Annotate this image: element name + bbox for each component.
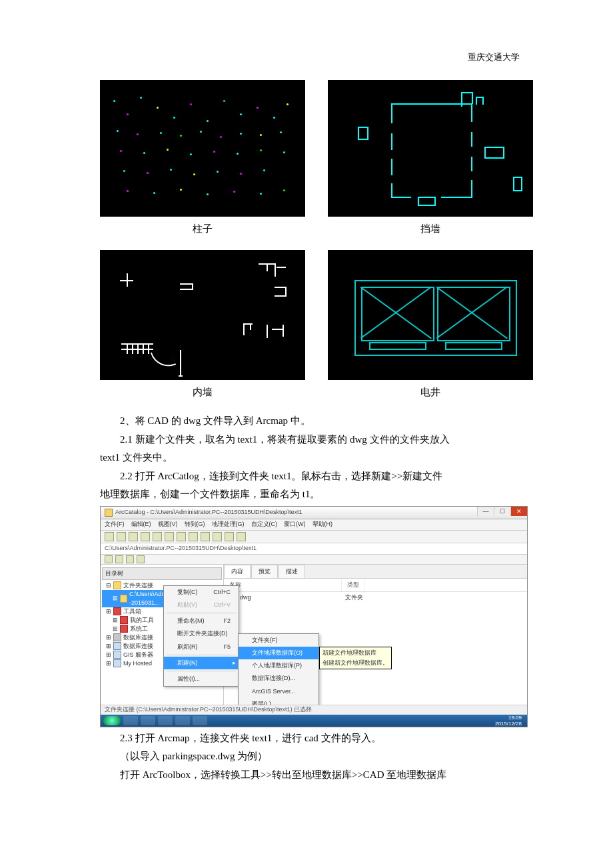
menu-edit[interactable]: 编辑(E): [131, 519, 151, 529]
ctx-new-fgdb[interactable]: 文件地理数据库(O): [239, 647, 318, 659]
list-header: 名称 类型: [224, 579, 527, 592]
body-text-2: 2.3 打开 Arcmap，连接文件夹 text1，进行 cad 文件的导入。 …: [100, 730, 533, 784]
caption-pillars: 柱子: [100, 221, 305, 238]
menu-view[interactable]: 视图(V): [158, 519, 178, 529]
tool-icon[interactable]: [115, 555, 123, 563]
ctx-new[interactable]: 新建(N)▸: [164, 657, 239, 669]
para-2-1b: text1 文件夹中。: [100, 449, 533, 467]
tool-icon[interactable]: [105, 532, 114, 541]
tool-icon[interactable]: [137, 555, 145, 563]
ctx-new-dbconn[interactable]: 数据库连接(D)...: [239, 672, 318, 685]
start-button[interactable]: [103, 716, 121, 725]
window-buttons: — ☐ ✕: [477, 507, 527, 516]
folder-icon: [113, 581, 121, 589]
taskbar-clock[interactable]: 19:09 2015/12/28: [495, 715, 524, 727]
para-2-2b: 地理数据库，创建一个文件数据库，重命名为 t1。: [100, 486, 533, 503]
taskbar-button[interactable]: [141, 716, 155, 725]
context-menu-main: 复制(C)Ctrl+C 粘贴(V)Ctrl+V 重命名(M)F2 断开文件夹连接…: [163, 585, 239, 687]
tool-icon[interactable]: [165, 532, 174, 541]
menu-goto[interactable]: 转到(G): [185, 519, 205, 529]
ctx-new-server[interactable]: ArcGIS Server...: [239, 685, 318, 698]
toolbox-icon: [120, 616, 128, 624]
menu-file[interactable]: 文件(F): [105, 519, 125, 529]
ctx-new-folder[interactable]: 文件夹(F): [239, 634, 318, 647]
tool-icon[interactable]: [189, 532, 198, 541]
tooltip-line1: 新建文件地理数据库: [322, 648, 388, 658]
col-type[interactable]: 类型: [342, 579, 365, 591]
ctx-copy[interactable]: 复制(C)Ctrl+C: [164, 586, 239, 599]
tool-icon[interactable]: [225, 532, 234, 541]
taskbar: 19:09 2015/12/28: [101, 715, 527, 727]
ctx-paste[interactable]: 粘贴(V)Ctrl+V: [164, 599, 239, 611]
item-name: dwg: [240, 593, 342, 603]
toolbox-icon: [120, 625, 128, 633]
ctx-refresh[interactable]: 刷新(R)F5: [164, 641, 239, 653]
ctx-new-pgdb[interactable]: 个人地理数据库(P): [239, 659, 318, 672]
caption-row-1: 柱子 挡墙: [100, 221, 533, 238]
status-bar: 文件夹连接 (C:\Users\Administrator.PC--201503…: [101, 705, 527, 715]
item-type: 文件夹: [345, 593, 363, 603]
caption-electric-well: 电井: [328, 384, 533, 401]
tool-icon[interactable]: [141, 532, 150, 541]
figure-row-2: [100, 250, 533, 380]
toolbar-2: [101, 555, 527, 565]
server-icon: [113, 651, 121, 659]
tool-icon[interactable]: [177, 532, 186, 541]
figure-electric-well: [328, 250, 533, 380]
tool-icon[interactable]: [201, 532, 210, 541]
tooltip: 新建文件地理数据库 创建新文件地理数据库。: [319, 647, 392, 670]
figure-pillars: [100, 80, 305, 217]
figure-retaining-wall: [328, 80, 533, 217]
menu-window[interactable]: 窗口(W): [284, 519, 306, 529]
database-icon: [113, 633, 121, 641]
figure-interior-wall: [100, 250, 305, 380]
arccatalog-screenshot: ArcCatalog - C:\Users\Administrator.PC--…: [100, 506, 528, 727]
toolbar-1: [101, 531, 527, 543]
tree-title: 目录树: [102, 567, 222, 580]
taskbar-button[interactable]: [158, 716, 173, 725]
para-arctoolbox: 打开 ArcToolbox，选择转换工具>>转出至地理数据库>>CAD 至地理数…: [100, 767, 533, 784]
tab-contents[interactable]: 内容: [224, 565, 251, 578]
tool-icon[interactable]: [237, 532, 246, 541]
tool-icon[interactable]: [153, 532, 162, 541]
tab-description[interactable]: 描述: [279, 565, 305, 578]
taskbar-button[interactable]: [123, 716, 138, 725]
caption-retaining-wall: 挡墙: [328, 221, 533, 238]
tooltip-line2: 创建新文件地理数据库。: [322, 658, 388, 668]
minimize-button[interactable]: —: [477, 507, 494, 516]
para-example: （以导入 parkingspace.dwg 为例）: [100, 748, 533, 765]
tool-icon[interactable]: [129, 532, 138, 541]
tab-preview[interactable]: 预览: [251, 565, 278, 578]
col-name[interactable]: 名称: [224, 579, 342, 591]
close-button[interactable]: ✕: [510, 507, 527, 516]
tool-icon[interactable]: [126, 555, 134, 563]
app-icon: [105, 509, 113, 517]
ctx-disconnect[interactable]: 断开文件夹连接(D): [164, 627, 239, 640]
tool-icon[interactable]: [213, 532, 222, 541]
para-2-1a: 2.1 新建个文件夹，取名为 text1，将装有提取要素的 dwg 文件的文件夹…: [100, 431, 533, 449]
taskbar-button[interactable]: [175, 716, 190, 725]
para-2-3: 2.3 打开 Arcmap，连接文件夹 text1，进行 cad 文件的导入。: [100, 730, 533, 747]
ctx-properties[interactable]: 属性(I)...: [164, 673, 239, 685]
caption-interior-wall: 内墙: [100, 384, 305, 401]
ctx-rename[interactable]: 重命名(M)F2: [164, 615, 239, 627]
menu-customize[interactable]: 自定义(C): [251, 519, 278, 529]
tool-icon[interactable]: [117, 532, 126, 541]
menu-geoprocessing[interactable]: 地理处理(G): [212, 519, 245, 529]
document-page: 重庆交通大学: [0, 0, 613, 868]
taskbar-button[interactable]: [193, 716, 207, 725]
maximize-button[interactable]: ☐: [494, 507, 510, 516]
cloud-icon: [113, 659, 121, 667]
body-text: 2、将 CAD 的 dwg 文件导入到 Arcmap 中。 2.1 新建个文件夹…: [100, 413, 533, 503]
para-2: 2、将 CAD 的 dwg 文件导入到 Arcmap 中。: [100, 413, 533, 430]
tool-icon[interactable]: [105, 555, 113, 563]
menu-help[interactable]: 帮助(H): [312, 519, 333, 529]
window-title: ArcCatalog - C:\Users\Administrator.PC--…: [115, 507, 303, 517]
address-bar[interactable]: C:\Users\Administrator.PC--20150315UDH\D…: [101, 543, 527, 555]
content-tabs: 内容 预览 描述: [224, 565, 527, 579]
connection-icon: [113, 642, 121, 650]
window-titlebar: ArcCatalog - C:\Users\Administrator.PC--…: [101, 507, 527, 519]
page-header-university: 重庆交通大学: [468, 50, 520, 65]
para-2-2a: 2.2 打开 ArcCatlog，连接到文件夹 text1。鼠标右击，选择新建>…: [100, 468, 533, 485]
list-item[interactable]: dwg 文件夹: [224, 592, 527, 603]
